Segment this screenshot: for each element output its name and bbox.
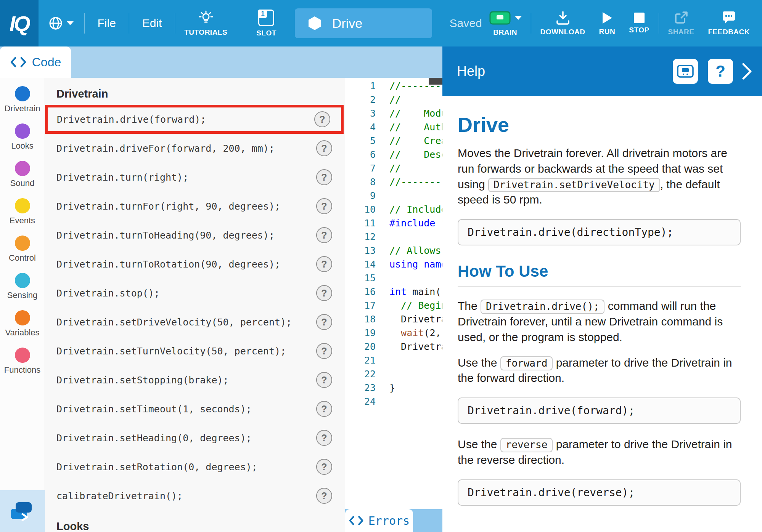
command-row[interactable]: Drivetrain.setTimeout(1, seconds);?: [45, 394, 345, 423]
category-label: Functions: [4, 365, 40, 375]
code-line[interactable]: 12: [345, 230, 442, 244]
command-row[interactable]: Drivetrain.turnToRotation(90, degrees);?: [45, 250, 345, 279]
help-blocks: Moves the Drivetrain forever. All drivet…: [458, 146, 741, 506]
code-line[interactable]: 9: [345, 189, 442, 203]
code-line[interactable]: 6// Description: IQ project: [345, 148, 442, 162]
sidebar-item-drivetrain[interactable]: Drivetrain: [0, 86, 45, 123]
help-question-button[interactable]: ?: [708, 59, 733, 84]
code-line[interactable]: 20 Drivetrain.stop();: [345, 340, 442, 354]
code-line[interactable]: 8//-------------------------------------…: [345, 175, 442, 189]
command-help-button[interactable]: ?: [316, 227, 332, 243]
code-line[interactable]: 15: [345, 271, 442, 285]
code-line[interactable]: 23}: [345, 381, 442, 395]
command-row[interactable]: Drivetrain.setHeading(0, degrees);?: [45, 423, 345, 452]
app-logo[interactable]: IQ: [0, 0, 39, 46]
code-editor[interactable]: 1//-------------------------------------…: [345, 78, 442, 532]
slot-button[interactable]: 1 SLOT: [249, 0, 283, 46]
sidebar-item-sensing[interactable]: Sensing: [0, 273, 45, 310]
tab-code[interactable]: Code: [0, 46, 71, 78]
code-line[interactable]: 22: [345, 367, 442, 381]
command-help-button[interactable]: ?: [316, 459, 332, 475]
stop-button[interactable]: STOP: [622, 0, 656, 46]
command-help-button[interactable]: ?: [316, 285, 332, 301]
toggle-blocks-button[interactable]: [10, 500, 35, 522]
sidebar-item-functions[interactable]: Functions: [0, 348, 45, 385]
command-help-button[interactable]: ?: [316, 314, 332, 330]
code-line[interactable]: 5// Created:: [345, 134, 442, 148]
command-help-button[interactable]: ?: [316, 343, 332, 359]
edit-menu-button[interactable]: Edit: [132, 0, 173, 46]
run-button[interactable]: RUN: [592, 0, 622, 46]
code-line[interactable]: 19 wait(2, seconds);: [345, 326, 442, 340]
command-row[interactable]: Drivetrain.setRotation(0, degrees);?: [45, 452, 345, 481]
command-row[interactable]: Drivetrain.turnFor(right, 90, degrees);?: [45, 192, 345, 221]
sidebar-item-variables[interactable]: Variables: [0, 310, 45, 348]
toolbar-divider: [175, 13, 175, 34]
tutorials-button[interactable]: TUTORIALS: [177, 0, 234, 46]
inline-code-chip: forward: [500, 356, 553, 371]
sidebar-item-looks[interactable]: Looks: [0, 123, 45, 161]
command-help-button[interactable]: ?: [316, 198, 332, 214]
brain-button[interactable]: BRAIN: [482, 0, 529, 46]
command-row[interactable]: Drivetrain.turn(right);?: [45, 163, 345, 192]
code-line[interactable]: 4// Author: VEX: [345, 120, 442, 134]
command-row[interactable]: Drivetrain.setStopping(brake);?: [45, 365, 345, 394]
code-line[interactable]: 3// Module: main.cpp: [345, 107, 442, 120]
command-row[interactable]: Drivetrain.stop();?: [45, 279, 345, 308]
download-button[interactable]: DOWNLOAD: [534, 0, 592, 46]
command-row[interactable]: Drivetrain.turnToHeading(90, degrees);?: [45, 221, 345, 250]
code-line[interactable]: 1//-------------------------------------…: [345, 79, 442, 93]
code-icon: [349, 515, 364, 526]
brain-label: BRAIN: [493, 28, 517, 37]
code-line[interactable]: 13// Allows for easier use of the VEX Li…: [345, 244, 442, 258]
lightbulb-icon: [198, 10, 214, 26]
sidebar-item-events[interactable]: Events: [0, 198, 45, 236]
file-menu-button[interactable]: File: [87, 0, 127, 46]
help-collapse-button[interactable]: [742, 63, 752, 80]
editor-scrollbar[interactable]: [429, 78, 442, 85]
command-row[interactable]: Drivetrain.setTurnVelocity(50, percent);…: [45, 337, 345, 365]
sidebar-item-sound[interactable]: Sound: [0, 161, 45, 198]
command-row[interactable]: Drivetrain.drive(forward);?: [45, 105, 344, 134]
code-line[interactable]: 18 Drivetrain.drive(forward);: [345, 312, 442, 326]
command-row[interactable]: Drivetrain.setDriveVelocity(50, percent)…: [45, 308, 345, 337]
command-help-button[interactable]: ?: [316, 488, 332, 504]
code-text: int main() {: [376, 285, 442, 299]
help-brain-button[interactable]: [673, 59, 698, 84]
command-help-button[interactable]: ?: [314, 111, 330, 127]
code-line[interactable]: 16int main() {: [345, 285, 442, 299]
command-help-button[interactable]: ?: [316, 430, 332, 446]
command-help-button[interactable]: ?: [316, 401, 332, 417]
language-menu-button[interactable]: [39, 16, 82, 30]
code-tab-label: Code: [32, 55, 61, 69]
code-line[interactable]: 14using namespace vex;: [345, 258, 442, 271]
feedback-button[interactable]: FEEDBACK: [701, 0, 757, 46]
code-line[interactable]: 7//: [345, 162, 442, 175]
code-line[interactable]: 2//: [345, 93, 442, 107]
code-token: // Created:: [389, 135, 442, 146]
project-name-button[interactable]: Drive: [295, 8, 432, 38]
category-label: Looks: [11, 141, 34, 151]
code-line[interactable]: 17 // Begin project code: [345, 299, 442, 312]
command-row[interactable]: Drivetrain.driveFor(forward, 200, mm);?: [45, 134, 345, 163]
code-token: main() {: [407, 286, 442, 297]
code-line[interactable]: 10// Include the IQ Library: [345, 203, 442, 216]
code-line[interactable]: 24: [345, 395, 442, 409]
command-help-button[interactable]: ?: [316, 256, 332, 272]
line-number: 12: [345, 230, 376, 244]
command-help-button[interactable]: ?: [316, 372, 332, 388]
command-row[interactable]: calibrateDrivetrain();?: [45, 481, 345, 510]
command-help-button[interactable]: ?: [316, 140, 332, 156]
code-line[interactable]: 21: [345, 354, 442, 367]
tab-errors[interactable]: Errors: [345, 509, 413, 532]
hexagon-icon: [308, 16, 322, 31]
code-token: // Module: main.cpp: [389, 108, 442, 119]
command-help-button[interactable]: ?: [316, 169, 332, 185]
sidebar-item-control[interactable]: Control: [0, 236, 45, 273]
code-line[interactable]: 11#include "vex.h": [345, 216, 442, 230]
question-mark-icon: ?: [715, 62, 725, 80]
stop-icon: [634, 13, 645, 23]
share-button[interactable]: SHARE: [661, 0, 701, 46]
chevron-right-icon: [742, 63, 752, 80]
toolbar-divider: [129, 13, 129, 34]
